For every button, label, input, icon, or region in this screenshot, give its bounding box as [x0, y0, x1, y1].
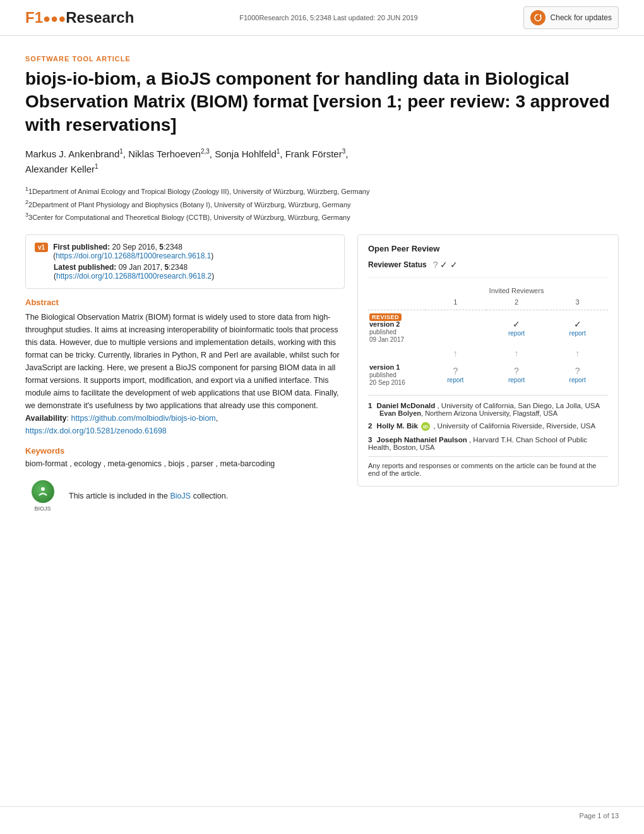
arrow-row: ↑ ↑ ↑ [368, 346, 608, 361]
reviewer-1-affil: , University of California, San Diego, L… [437, 402, 600, 409]
peer-review-title: Open Peer Review [368, 244, 608, 253]
reviewers-table: Invited Reviewers 1 2 3 [368, 287, 608, 389]
status-question-icon: ? [433, 260, 438, 270]
check-updates-icon [530, 10, 546, 25]
check-updates-label: Check for updates [551, 13, 612, 22]
main-content: SOFTWARE TOOL ARTICLE biojs-io-biom, a B… [0, 36, 644, 551]
v1-r3-cell: ? report [547, 361, 608, 389]
arrow-2: ↑ [486, 346, 547, 361]
v1-r2-cell: ? report [486, 361, 547, 389]
affil-3: 3Center for Computational and Theoretica… [28, 214, 350, 221]
table-row-v2: REVISED version 2 published09 Jan 2017 ✓… [368, 310, 608, 346]
article-title: biojs-io-biom, a BioJS component for han… [25, 68, 619, 136]
page-number: Page 1 of 13 [580, 812, 619, 819]
v1-r1-cell: ? report [425, 361, 486, 389]
header-meta: F1000Research 2016, 5:2348 Last updated:… [239, 14, 418, 21]
v2-r2-cell: ✓ report [486, 310, 547, 346]
v2-r2-report-link[interactable]: report [508, 330, 525, 337]
v2-r3-report-link[interactable]: report [569, 330, 586, 337]
status-check-icon-2: ✓ [450, 260, 458, 270]
invited-reviewers-header: Invited Reviewers [425, 287, 608, 298]
col-right: Open Peer Review Reviewer Status ? ✓ ✓ [357, 234, 619, 513]
v2-r2-check: ✓ [513, 319, 520, 329]
reviewer-item-2: 2 Holly M. Bik iD , University of Califo… [368, 422, 608, 431]
keywords-text: biom-format , ecology , meta-genomics , … [25, 459, 345, 468]
reviewer-item-1: 1 Daniel McDonald , University of Califo… [368, 402, 608, 417]
reviewer-2-name: Holly M. Bik [377, 422, 418, 430]
up-arrow-3: ↑ [575, 348, 580, 358]
biojs-logo-circle [32, 480, 54, 503]
v2-pub-date: published09 Jan 2017 [369, 329, 404, 343]
col-left: v1 First published: 20 Sep 2016, 5:2348 … [25, 234, 345, 513]
svg-point-1 [41, 487, 45, 491]
empty-col [368, 298, 425, 310]
reviewer-col-1: 1 [425, 298, 486, 310]
v2-r3-check: ✓ [574, 319, 581, 329]
article-type: SOFTWARE TOOL ARTICLE [25, 55, 619, 63]
status-icons: ? ✓ ✓ [433, 260, 458, 270]
affil-2: 2Department of Plant Physiology and Biop… [28, 200, 351, 208]
reviewer-2-affil: , University of California Riverside, Ri… [433, 422, 595, 430]
col-label-header [368, 287, 425, 298]
page: F1●●●Research F1000Research 2016, 5:2348… [0, 0, 644, 834]
abstract-text: The Biological Observation Matrix (BIOM)… [25, 311, 345, 437]
reviewer-item-3: 3 Joseph Nathaniel Paulson , Harvard T.H… [368, 436, 608, 451]
authors: Markus J. Ankenbrand1, Niklas Terhoeven2… [25, 147, 619, 177]
refresh-icon [534, 13, 542, 22]
v1-r1-question: ? [453, 366, 458, 376]
status-check-icon-1: ✓ [440, 260, 448, 270]
v1-r3-report-link[interactable]: report [569, 377, 586, 384]
orcid-icon: iD [421, 422, 430, 431]
reviewer-1-sub: Evan Bolyen, Northern Arizona University… [368, 409, 608, 417]
affiliations: 11Department of Animal Ecology and Tropi… [25, 184, 619, 223]
v1-r1-report-link[interactable]: report [447, 377, 463, 384]
v1-r2-report-link[interactable]: report [508, 377, 525, 384]
keywords-title: Keywords [25, 446, 345, 456]
arrow-empty [368, 346, 425, 361]
arrow-1: ↑ [425, 346, 486, 361]
page-footer: Page 1 of 13 [0, 806, 644, 825]
v2-r1-cell [425, 310, 486, 346]
reviewer-1-num: 1 [368, 402, 372, 409]
v1-pub-date: published20 Sep 2016 [369, 372, 405, 386]
v1-r3-question: ? [575, 366, 580, 376]
reviewer-col-2: 2 [486, 298, 547, 310]
footer-note: Any reports and responses or comments on… [368, 456, 608, 477]
biojs-logo-icon [37, 485, 49, 498]
two-col-layout: v1 First published: 20 Sep 2016, 5:2348 … [25, 234, 619, 513]
affil-1: 1Department of Animal Ecology and Tropic… [28, 188, 369, 195]
v1-version-label: version 1 [369, 363, 400, 371]
availability-link2[interactable]: https://dx.doi.org/10.5281/zenodo.61698 [25, 426, 167, 435]
reviewer-col-3: 3 [547, 298, 608, 310]
biojs-collection-box: BIOJS This article is included in the Bi… [25, 478, 345, 513]
logo: F1●●●Research [25, 9, 134, 27]
biojs-link[interactable]: BioJS [170, 492, 191, 500]
availability-link1[interactable]: https://github.com/molbiodiv/biojs-io-bi… [71, 414, 216, 423]
up-arrow-2: ↑ [514, 348, 518, 358]
reviewer-list: 1 Daniel McDonald , University of Califo… [368, 395, 608, 451]
reviewer-3-num: 3 [368, 436, 372, 444]
table-row-v1: version 1 published20 Sep 2016 ? report … [368, 361, 608, 389]
v2-label: REVISED version 2 published09 Jan 2017 [368, 310, 425, 346]
v1-label: version 1 published20 Sep 2016 [368, 361, 425, 389]
logo-f1000: F1●●●Research [25, 9, 134, 27]
v1-r2-question: ? [514, 366, 519, 376]
biojs-collection-text: This article is included in the BioJS co… [69, 492, 228, 500]
first-pub-doi-link[interactable]: https://doi.org/10.12688/f1000research.9… [56, 251, 211, 260]
reviewer-2-num: 2 [368, 422, 372, 430]
reviewer-status-row: Reviewer Status ? ✓ ✓ [368, 260, 608, 278]
abstract-title: Abstract [25, 298, 345, 307]
biojs-logo: BIOJS [25, 478, 60, 513]
header-bar: F1●●●Research F1000Research 2016, 5:2348… [0, 0, 644, 36]
v2-version-label: version 2 [369, 320, 400, 328]
version-badge: v1 [35, 243, 48, 252]
peer-review-box: Open Peer Review Reviewer Status ? ✓ ✓ [357, 234, 619, 486]
check-updates-badge[interactable]: Check for updates [523, 6, 619, 29]
reviewer-status-label: Reviewer Status [368, 260, 427, 269]
latest-pub-doi-link[interactable]: https://doi.org/10.12688/f1000research.9… [56, 272, 212, 281]
reviewer-1-name: Daniel McDonald [377, 402, 436, 409]
reviewer-3-name: Joseph Nathaniel Paulson [377, 436, 467, 444]
v2-r3-cell: ✓ report [547, 310, 608, 346]
arrow-3: ↑ [547, 346, 608, 361]
version-box: v1 First published: 20 Sep 2016, 5:2348 … [25, 234, 345, 289]
